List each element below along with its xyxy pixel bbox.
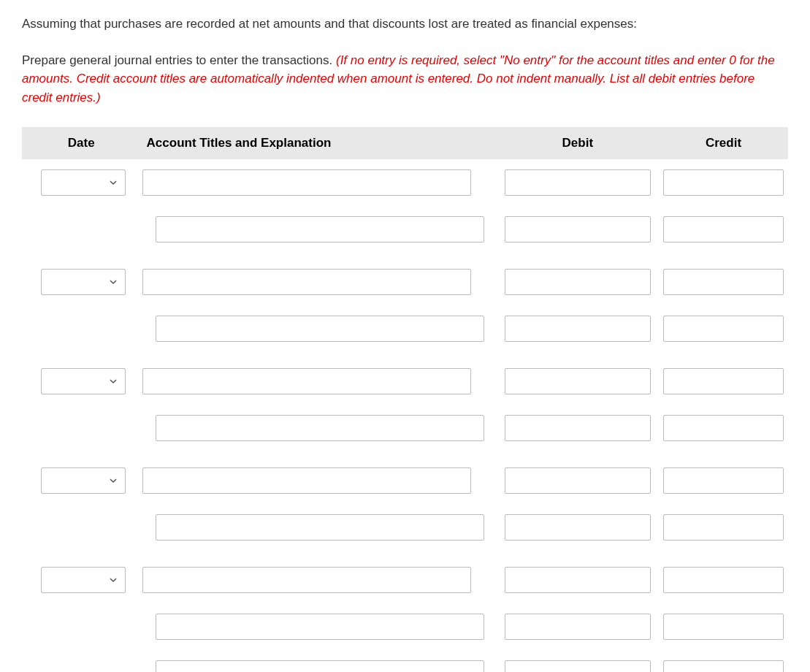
date-cell xyxy=(22,206,141,253)
credit-input[interactable] xyxy=(663,216,784,243)
credit-input[interactable] xyxy=(663,514,784,541)
account-cell xyxy=(141,405,497,451)
credit-input[interactable] xyxy=(663,467,784,494)
credit-input[interactable] xyxy=(663,169,784,196)
credit-cell xyxy=(659,358,788,405)
credit-input[interactable] xyxy=(663,316,784,342)
credit-input[interactable] xyxy=(663,567,784,593)
debit-cell xyxy=(497,159,659,206)
table-row xyxy=(22,159,788,206)
debit-cell xyxy=(497,305,659,352)
account-cell xyxy=(141,206,497,253)
account-title-input[interactable] xyxy=(156,415,484,441)
date-cell xyxy=(22,405,141,451)
account-title-input[interactable] xyxy=(142,467,471,494)
account-cell xyxy=(141,603,497,650)
debit-cell xyxy=(497,557,659,603)
credit-cell xyxy=(659,603,788,650)
table-row xyxy=(22,603,788,650)
date-cell xyxy=(22,557,141,603)
date-cell xyxy=(22,504,141,551)
date-select[interactable] xyxy=(41,269,126,295)
account-title-input[interactable] xyxy=(156,660,484,672)
debit-cell xyxy=(497,603,659,650)
debit-cell xyxy=(497,358,659,405)
debit-input[interactable] xyxy=(505,567,651,593)
credit-cell xyxy=(659,206,788,253)
account-title-input[interactable] xyxy=(142,269,471,295)
account-title-input[interactable] xyxy=(142,567,471,593)
credit-input[interactable] xyxy=(663,269,784,295)
group-spacer xyxy=(22,352,788,358)
table-row xyxy=(22,457,788,504)
header-account: Account Titles and Explanation xyxy=(141,127,497,159)
debit-cell xyxy=(497,405,659,451)
date-cell xyxy=(22,358,141,405)
date-cell xyxy=(22,603,141,650)
debit-input[interactable] xyxy=(505,514,651,541)
debit-input[interactable] xyxy=(505,269,651,295)
date-select[interactable] xyxy=(41,368,126,394)
header-credit: Credit xyxy=(659,127,788,159)
journal-entry-table: Date Account Titles and Explanation Debi… xyxy=(22,127,788,672)
debit-input[interactable] xyxy=(505,216,651,243)
account-cell xyxy=(141,457,497,504)
credit-cell xyxy=(659,650,788,672)
debit-input[interactable] xyxy=(505,415,651,441)
credit-input[interactable] xyxy=(663,660,784,672)
group-spacer xyxy=(22,551,788,557)
debit-input[interactable] xyxy=(505,316,651,342)
account-title-input[interactable] xyxy=(142,368,471,394)
credit-input[interactable] xyxy=(663,614,784,640)
debit-input[interactable] xyxy=(505,467,651,494)
debit-cell xyxy=(497,457,659,504)
credit-cell xyxy=(659,457,788,504)
debit-cell xyxy=(497,206,659,253)
date-select[interactable] xyxy=(41,169,126,196)
date-cell xyxy=(22,650,141,672)
account-cell xyxy=(141,504,497,551)
date-select[interactable] xyxy=(41,467,126,494)
debit-cell xyxy=(497,504,659,551)
header-debit: Debit xyxy=(497,127,659,159)
credit-input[interactable] xyxy=(663,368,784,394)
table-row xyxy=(22,405,788,451)
account-cell xyxy=(141,159,497,206)
account-title-input[interactable] xyxy=(142,169,471,196)
instructions-text: Prepare general journal entries to enter… xyxy=(22,51,788,107)
intro-text: Assuming that purchases are recorded at … xyxy=(22,15,788,34)
date-select[interactable] xyxy=(41,567,126,593)
debit-input[interactable] xyxy=(505,368,651,394)
account-title-input[interactable] xyxy=(156,614,484,640)
table-row xyxy=(22,305,788,352)
date-cell xyxy=(22,159,141,206)
account-title-input[interactable] xyxy=(156,316,484,342)
table-header-row: Date Account Titles and Explanation Debi… xyxy=(22,127,788,159)
instructions-prefix: Prepare general journal entries to enter… xyxy=(22,53,336,67)
credit-cell xyxy=(659,504,788,551)
debit-input[interactable] xyxy=(505,614,651,640)
table-row xyxy=(22,557,788,603)
debit-cell xyxy=(497,259,659,305)
account-cell xyxy=(141,557,497,603)
debit-input[interactable] xyxy=(505,169,651,196)
table-row xyxy=(22,259,788,305)
account-cell xyxy=(141,358,497,405)
group-spacer xyxy=(22,451,788,457)
credit-cell xyxy=(659,557,788,603)
table-row xyxy=(22,358,788,405)
credit-cell xyxy=(659,405,788,451)
debit-cell xyxy=(497,650,659,672)
group-spacer xyxy=(22,253,788,259)
account-title-input[interactable] xyxy=(156,514,484,541)
credit-input[interactable] xyxy=(663,415,784,441)
credit-cell xyxy=(659,305,788,352)
account-cell xyxy=(141,259,497,305)
debit-input[interactable] xyxy=(505,660,651,672)
account-cell xyxy=(141,305,497,352)
credit-cell xyxy=(659,259,788,305)
account-title-input[interactable] xyxy=(156,216,484,243)
credit-cell xyxy=(659,159,788,206)
date-cell xyxy=(22,259,141,305)
table-row xyxy=(22,206,788,253)
